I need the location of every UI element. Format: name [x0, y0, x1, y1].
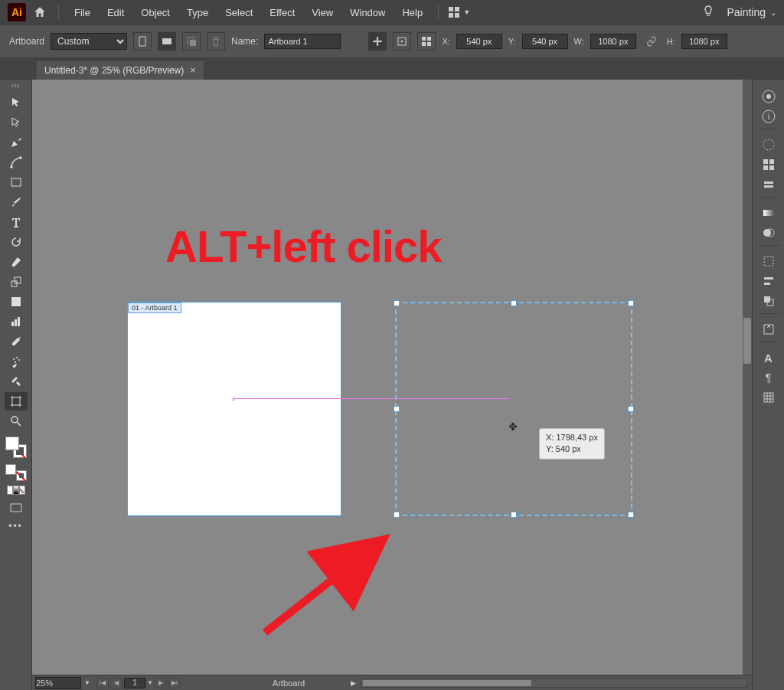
- prev-artboard-button[interactable]: ◀: [110, 678, 122, 688]
- direct-selection-tool[interactable]: [5, 113, 28, 132]
- menu-view[interactable]: View: [305, 4, 339, 21]
- selection-tool[interactable]: [5, 93, 28, 112]
- last-artboard-button[interactable]: ▶I: [168, 678, 181, 688]
- slice-tool[interactable]: [5, 372, 28, 391]
- resize-handle[interactable]: [511, 512, 517, 518]
- svg-point-25: [18, 359, 20, 361]
- shape-builder-tool[interactable]: [5, 293, 28, 311]
- new-artboard-button[interactable]: [182, 32, 201, 51]
- pathfinder-panel-icon[interactable]: [761, 293, 776, 309]
- orientation-landscape-button[interactable]: [158, 32, 176, 51]
- color-wheel-icon[interactable]: [761, 89, 776, 104]
- artboard-tool[interactable]: [5, 392, 28, 410]
- h-input[interactable]: [681, 34, 727, 49]
- info-icon[interactable]: i: [761, 109, 776, 124]
- orientation-portrait-button[interactable]: [133, 32, 152, 51]
- transparency-panel-icon[interactable]: [761, 225, 776, 240]
- reference-point-button[interactable]: [393, 32, 411, 51]
- curvature-tool[interactable]: [5, 153, 28, 172]
- resize-handle[interactable]: [394, 406, 400, 412]
- menu-object[interactable]: Object: [135, 4, 176, 21]
- menu-file[interactable]: File: [68, 4, 96, 21]
- symbol-sprayer-tool[interactable]: [5, 352, 28, 371]
- zoom-tool[interactable]: [5, 412, 28, 430]
- workspace-label: Painting: [727, 6, 766, 18]
- align-panel-icon[interactable]: [761, 273, 776, 289]
- svg-point-15: [20, 157, 21, 159]
- artboard-name-input[interactable]: [264, 34, 341, 49]
- horizontal-scrollbar[interactable]: [361, 679, 747, 688]
- document-tab[interactable]: Untitled-3* @ 25% (RGB/Preview) ×: [37, 60, 204, 80]
- move-with-artboard-button[interactable]: [368, 32, 387, 51]
- zoom-level-input[interactable]: [35, 677, 81, 689]
- svg-line-31: [265, 548, 372, 633]
- artboard-1[interactable]: 01 - Artboard 1: [127, 302, 341, 516]
- glyphs-panel-icon[interactable]: [761, 390, 776, 405]
- svg-rect-5: [162, 38, 172, 44]
- svg-rect-21: [15, 319, 17, 326]
- resize-handle[interactable]: [394, 512, 400, 518]
- rectangle-tool[interactable]: [5, 173, 28, 191]
- column-graph-tool[interactable]: [5, 312, 28, 331]
- resize-handle[interactable]: [628, 300, 634, 306]
- paintbrush-tool[interactable]: [5, 193, 28, 211]
- gradient-panel-icon[interactable]: [761, 205, 776, 221]
- resize-handle[interactable]: [628, 406, 634, 412]
- paragraph-panel-icon[interactable]: ¶: [761, 370, 776, 385]
- preset-select[interactable]: Custom: [51, 33, 127, 50]
- menu-select[interactable]: Select: [219, 4, 259, 21]
- new-artboard-preview[interactable]: [395, 302, 632, 516]
- svg-point-24: [16, 357, 18, 358]
- default-fill-stroke[interactable]: [5, 464, 27, 481]
- artboard-options-button[interactable]: [417, 32, 436, 51]
- menu-edit[interactable]: Edit: [101, 4, 130, 21]
- character-panel-icon[interactable]: A: [761, 350, 776, 365]
- workspace-switcher[interactable]: Painting ⌄: [727, 6, 776, 18]
- resize-handle[interactable]: [511, 300, 517, 306]
- first-artboard-button[interactable]: I◀: [96, 678, 109, 688]
- chevron-down-icon[interactable]: ▼: [147, 679, 153, 686]
- svg-rect-29: [11, 504, 21, 512]
- vertical-scrollbar[interactable]: [743, 80, 752, 675]
- artboard-number-input[interactable]: [124, 678, 145, 688]
- status-menu-arrow[interactable]: ▶: [351, 679, 356, 687]
- toolbar-grip[interactable]: [5, 84, 28, 89]
- type-tool[interactable]: [5, 213, 28, 231]
- screen-mode-button[interactable]: [7, 501, 25, 515]
- home-icon[interactable]: [31, 3, 49, 21]
- menu-help[interactable]: Help: [396, 4, 429, 21]
- color-panel-icon[interactable]: [761, 137, 776, 152]
- hints-icon[interactable]: [702, 5, 714, 20]
- annotation-text: ALT+left click: [165, 221, 441, 272]
- edit-toolbar-button[interactable]: •••: [8, 521, 23, 531]
- swatches-panel-icon[interactable]: [761, 157, 776, 172]
- chevron-down-icon[interactable]: ▼: [84, 679, 90, 686]
- brushes-panel-icon[interactable]: [761, 177, 776, 192]
- layout-grid-icon[interactable]: ▼: [448, 6, 470, 18]
- scale-tool[interactable]: [5, 273, 28, 291]
- name-label: Name:: [231, 36, 258, 47]
- menu-type[interactable]: Type: [181, 4, 214, 21]
- menu-effect[interactable]: Effect: [263, 4, 301, 21]
- tools-panel: •••: [0, 80, 32, 690]
- link-wh-button[interactable]: [642, 32, 661, 51]
- next-artboard-button[interactable]: ▶: [155, 678, 167, 688]
- tab-close-icon[interactable]: ×: [190, 64, 196, 76]
- resize-handle[interactable]: [394, 300, 400, 306]
- canvas-area[interactable]: 01 - Artboard 1 × ✥ X: 1798,43 px Y: 540…: [32, 80, 752, 690]
- color-mode-strip[interactable]: [7, 486, 25, 495]
- delete-artboard-button[interactable]: [207, 32, 225, 51]
- transform-panel-icon[interactable]: [761, 253, 776, 269]
- export-panel-icon[interactable]: [761, 322, 776, 337]
- menu-window[interactable]: Window: [344, 4, 391, 21]
- w-input[interactable]: [590, 34, 636, 49]
- resize-handle[interactable]: [628, 512, 634, 518]
- rotate-tool[interactable]: [5, 233, 28, 251]
- x-input[interactable]: [456, 34, 502, 49]
- pen-tool[interactable]: [5, 133, 28, 152]
- y-input[interactable]: [522, 34, 568, 49]
- eraser-tool[interactable]: [5, 253, 28, 271]
- fill-stroke-swatch[interactable]: [5, 437, 27, 458]
- svg-rect-41: [764, 181, 773, 184]
- eyedropper-tool[interactable]: [5, 332, 28, 351]
